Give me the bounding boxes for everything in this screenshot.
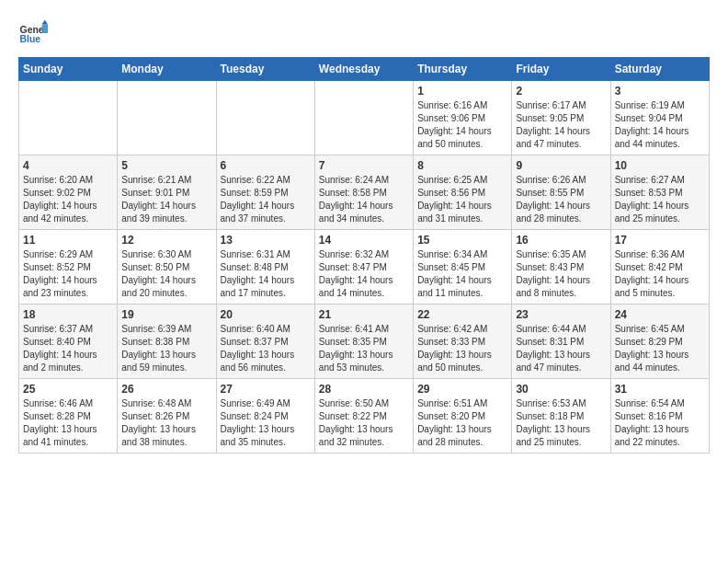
calendar-week-4: 18Sunrise: 6:37 AMSunset: 8:40 PMDayligh… [19,304,710,379]
calendar-cell: 19Sunrise: 6:39 AMSunset: 8:38 PMDayligh… [118,304,216,379]
logo-icon: General Blue [18,18,48,48]
calendar-cell: 21Sunrise: 6:41 AMSunset: 8:35 PMDayligh… [314,304,413,379]
calendar-cell: 11Sunrise: 6:29 AMSunset: 8:52 PMDayligh… [19,230,118,304]
calendar-cell: 13Sunrise: 6:31 AMSunset: 8:48 PMDayligh… [216,230,314,304]
calendar-cell: 17Sunrise: 6:36 AMSunset: 8:42 PMDayligh… [610,230,709,304]
calendar-cell: 22Sunrise: 6:42 AMSunset: 8:33 PMDayligh… [414,304,512,379]
day-number: 29 [417,383,507,396]
weekday-header-thursday: Thursday [414,58,512,81]
calendar-week-3: 11Sunrise: 6:29 AMSunset: 8:52 PMDayligh… [19,230,710,304]
calendar-cell [314,81,413,155]
calendar-cell: 5Sunrise: 6:21 AMSunset: 9:01 PMDaylight… [118,155,216,230]
day-number: 6 [221,159,311,172]
day-info: Sunrise: 6:45 AMSunset: 8:29 PMDaylight:… [615,323,705,374]
day-number: 20 [221,308,311,321]
calendar-cell: 8Sunrise: 6:25 AMSunset: 8:56 PMDaylight… [414,155,512,230]
day-number: 19 [121,308,211,321]
day-number: 11 [23,234,113,247]
day-info: Sunrise: 6:42 AMSunset: 8:33 PMDaylight:… [417,323,507,374]
day-number: 25 [23,383,113,396]
weekday-header-saturday: Saturday [610,58,709,81]
day-info: Sunrise: 6:16 AMSunset: 9:06 PMDaylight:… [417,99,507,151]
day-info: Sunrise: 6:27 AMSunset: 8:53 PMDaylight:… [615,174,705,225]
day-info: Sunrise: 6:39 AMSunset: 8:38 PMDaylight:… [121,323,211,374]
day-number: 16 [516,234,606,247]
calendar-cell: 2Sunrise: 6:17 AMSunset: 9:05 PMDaylight… [512,81,610,155]
svg-marker-2 [42,20,48,25]
day-info: Sunrise: 6:44 AMSunset: 8:31 PMDaylight:… [516,323,606,374]
calendar-cell: 10Sunrise: 6:27 AMSunset: 8:53 PMDayligh… [610,155,709,230]
day-info: Sunrise: 6:41 AMSunset: 8:35 PMDaylight:… [319,323,409,374]
day-info: Sunrise: 6:36 AMSunset: 8:42 PMDaylight:… [615,248,705,300]
calendar-cell: 23Sunrise: 6:44 AMSunset: 8:31 PMDayligh… [512,304,610,379]
day-number: 26 [121,383,211,396]
day-number: 27 [221,383,311,396]
weekday-header-sunday: Sunday [19,58,118,81]
day-number: 2 [516,85,606,98]
day-number: 3 [615,85,705,98]
day-number: 14 [319,234,409,247]
day-number: 7 [319,159,409,172]
calendar-cell: 18Sunrise: 6:37 AMSunset: 8:40 PMDayligh… [19,304,118,379]
day-info: Sunrise: 6:19 AMSunset: 9:04 PMDaylight:… [615,99,705,151]
calendar-cell: 26Sunrise: 6:48 AMSunset: 8:26 PMDayligh… [118,379,216,454]
calendar-week-1: 1Sunrise: 6:16 AMSunset: 9:06 PMDaylight… [19,81,710,155]
calendar-cell [19,81,118,155]
day-info: Sunrise: 6:29 AMSunset: 8:52 PMDaylight:… [23,248,113,300]
day-info: Sunrise: 6:22 AMSunset: 8:59 PMDaylight:… [221,174,311,225]
day-info: Sunrise: 6:26 AMSunset: 8:55 PMDaylight:… [516,174,606,225]
day-number: 12 [121,234,211,247]
day-number: 28 [319,383,409,396]
day-info: Sunrise: 6:40 AMSunset: 8:37 PMDaylight:… [221,323,311,374]
calendar-cell: 15Sunrise: 6:34 AMSunset: 8:45 PMDayligh… [414,230,512,304]
header: General Blue [18,18,710,48]
day-info: Sunrise: 6:50 AMSunset: 8:22 PMDaylight:… [319,397,409,449]
calendar-cell: 20Sunrise: 6:40 AMSunset: 8:37 PMDayligh… [216,304,314,379]
day-info: Sunrise: 6:53 AMSunset: 8:18 PMDaylight:… [516,397,606,449]
weekday-header-friday: Friday [512,58,610,81]
calendar-cell [216,81,314,155]
calendar-cell: 16Sunrise: 6:35 AMSunset: 8:43 PMDayligh… [512,230,610,304]
calendar-cell: 31Sunrise: 6:54 AMSunset: 8:16 PMDayligh… [610,379,709,454]
day-number: 4 [23,159,113,172]
calendar-cell: 27Sunrise: 6:49 AMSunset: 8:24 PMDayligh… [216,379,314,454]
day-number: 5 [121,159,211,172]
calendar-cell: 4Sunrise: 6:20 AMSunset: 9:02 PMDaylight… [19,155,118,230]
calendar-cell: 30Sunrise: 6:53 AMSunset: 8:18 PMDayligh… [512,379,610,454]
day-info: Sunrise: 6:21 AMSunset: 9:01 PMDaylight:… [121,174,211,225]
day-number: 15 [417,234,507,247]
calendar-cell: 3Sunrise: 6:19 AMSunset: 9:04 PMDaylight… [610,81,709,155]
calendar-cell: 12Sunrise: 6:30 AMSunset: 8:50 PMDayligh… [118,230,216,304]
calendar-week-2: 4Sunrise: 6:20 AMSunset: 9:02 PMDaylight… [19,155,710,230]
weekday-header-monday: Monday [118,58,216,81]
day-number: 31 [615,383,705,396]
calendar-cell: 28Sunrise: 6:50 AMSunset: 8:22 PMDayligh… [314,379,413,454]
day-number: 1 [417,85,507,98]
calendar-cell: 24Sunrise: 6:45 AMSunset: 8:29 PMDayligh… [610,304,709,379]
calendar-cell: 1Sunrise: 6:16 AMSunset: 9:06 PMDaylight… [414,81,512,155]
day-number: 23 [516,308,606,321]
day-info: Sunrise: 6:48 AMSunset: 8:26 PMDaylight:… [121,397,211,449]
day-info: Sunrise: 6:30 AMSunset: 8:50 PMDaylight:… [121,248,211,300]
day-info: Sunrise: 6:32 AMSunset: 8:47 PMDaylight:… [319,248,409,300]
day-number: 17 [615,234,705,247]
day-number: 13 [221,234,311,247]
calendar-cell: 25Sunrise: 6:46 AMSunset: 8:28 PMDayligh… [19,379,118,454]
calendar-cell [118,81,216,155]
weekday-header-row: SundayMondayTuesdayWednesdayThursdayFrid… [19,58,710,81]
day-number: 30 [516,383,606,396]
day-number: 18 [23,308,113,321]
day-number: 24 [615,308,705,321]
day-number: 21 [319,308,409,321]
day-info: Sunrise: 6:34 AMSunset: 8:45 PMDaylight:… [417,248,507,300]
svg-marker-3 [42,24,48,33]
day-info: Sunrise: 6:24 AMSunset: 8:58 PMDaylight:… [319,174,409,225]
weekday-header-wednesday: Wednesday [314,58,413,81]
weekday-header-tuesday: Tuesday [216,58,314,81]
day-info: Sunrise: 6:31 AMSunset: 8:48 PMDaylight:… [221,248,311,300]
day-info: Sunrise: 6:25 AMSunset: 8:56 PMDaylight:… [417,174,507,225]
day-info: Sunrise: 6:51 AMSunset: 8:20 PMDaylight:… [417,397,507,449]
calendar-week-5: 25Sunrise: 6:46 AMSunset: 8:28 PMDayligh… [19,379,710,454]
day-info: Sunrise: 6:46 AMSunset: 8:28 PMDaylight:… [23,397,113,449]
calendar-cell: 6Sunrise: 6:22 AMSunset: 8:59 PMDaylight… [216,155,314,230]
